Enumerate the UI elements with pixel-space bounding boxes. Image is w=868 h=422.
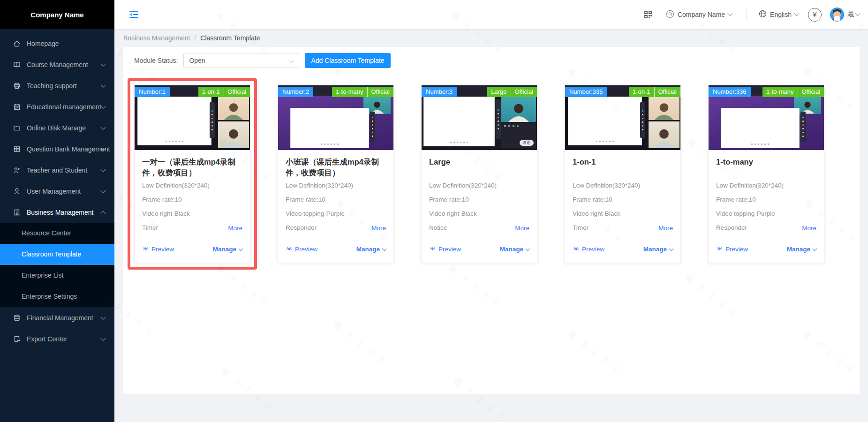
official-badge: Official (224, 87, 250, 97)
chevron-down-icon (382, 246, 387, 251)
card-title: 一对一（课后生成mp4录制件，收费项目） (142, 157, 242, 178)
definition: Low Definition(320*240) (142, 182, 242, 189)
manage-dropdown[interactable]: Manage (213, 246, 242, 253)
module-status-select[interactable]: Open (183, 53, 299, 68)
number-badge: Number:336 (709, 87, 751, 97)
sidebar-item-business-management[interactable]: Business Management (0, 202, 114, 223)
divider (746, 9, 747, 20)
breadcrumb-separator: / (194, 34, 196, 42)
frame-rate: Frame rate:10 (573, 196, 673, 203)
sidebar-item-export-center[interactable]: Export Center (0, 328, 114, 349)
type-badge: 1-to-many (762, 87, 798, 97)
template-card-4: Number:335 1-on-1 Official 1-on-1 Low De… (565, 85, 681, 263)
chevron-up-icon (100, 211, 106, 216)
sidebar-item-teacher-and-student[interactable]: Teacher and Student (0, 159, 114, 181)
sidebar-item-teaching-support[interactable]: Teaching support (0, 75, 114, 96)
sidebar-item-question-bank-management[interactable]: Question Bank Management (0, 138, 114, 159)
company-logo: Company Name (0, 0, 114, 29)
sidebar-item-homepage[interactable]: Homepage (0, 33, 114, 54)
user-icon (13, 188, 21, 195)
qr-code-icon[interactable] (643, 10, 653, 19)
language-menu[interactable]: English (759, 10, 799, 19)
breadcrumb-page: Classroom Template (200, 34, 260, 42)
printer-icon (13, 82, 21, 90)
menu-fold-icon[interactable] (129, 11, 138, 18)
globe-icon (759, 10, 767, 19)
calendar-icon (13, 103, 21, 111)
manage-dropdown[interactable]: Manage (643, 246, 673, 253)
feature: Timer (142, 224, 158, 232)
feature: Timer (573, 224, 589, 232)
preview-button[interactable]: Preview (142, 246, 174, 253)
avatar (830, 8, 844, 22)
add-classroom-template-button[interactable]: Add Classroom Template (305, 53, 390, 68)
more-link[interactable]: More (371, 225, 386, 232)
chevron-down-icon (100, 103, 106, 108)
main-area: Company Name English ¥ 羲 (114, 0, 868, 422)
student-video-tile (218, 121, 249, 148)
official-badge: Official (654, 87, 681, 97)
building-icon (13, 209, 21, 216)
video-layout: Video right-Black (142, 210, 242, 218)
card-thumbnail: Number:336 1-to-many Official (709, 85, 824, 150)
sidebar-item-financial-management[interactable]: Financial Management (0, 307, 114, 328)
content-panel: Module Status: Open Add Classroom Templa… (123, 47, 860, 394)
sidebar-item-classroom-template[interactable]: Classroom Template (0, 244, 114, 265)
company-menu[interactable]: Company Name (666, 10, 732, 20)
preview-button[interactable]: Preview (716, 246, 748, 253)
book-icon (13, 61, 21, 68)
chevron-down-icon (239, 246, 243, 251)
sidebar-item-enterprise-settings[interactable]: Enterprise Settings (0, 286, 114, 307)
feature: Notice (429, 224, 447, 232)
definition: Low Definition(320*240) (286, 182, 386, 189)
chevron-down-icon (289, 58, 294, 63)
manage-dropdown[interactable]: Manage (787, 246, 816, 253)
card-title: Large (429, 157, 529, 178)
chevron-down-icon (669, 246, 674, 251)
sidebar-item-educational-management[interactable]: Educational management (0, 96, 114, 117)
template-card-list: Number:1 1-on-1 Official 一对一（课后生成mp4录制件，… (123, 85, 860, 263)
card-thumbnail: Number:335 1-on-1 Official (565, 85, 680, 150)
manage-dropdown[interactable]: Manage (500, 246, 529, 253)
definition: Low Definition(320*240) (573, 182, 673, 189)
preview-button[interactable]: Preview (429, 246, 461, 253)
more-link[interactable]: More (515, 225, 529, 232)
definition: Low Definition(320*240) (716, 182, 816, 189)
number-badge: Number:3 (422, 87, 457, 97)
table-icon (13, 145, 21, 153)
feature: Responder (286, 224, 317, 232)
currency-icon[interactable]: ¥ (808, 8, 822, 22)
official-badge: Official (798, 87, 824, 97)
card-thumbnail: 发送 Number:3 Large Official (422, 85, 537, 150)
business-management-submenu: Resource Center Classroom Template Enter… (0, 223, 114, 307)
frame-rate: Frame rate:10 (429, 196, 529, 203)
sidebar-item-resource-center[interactable]: Resource Center (0, 223, 114, 244)
more-link[interactable]: More (658, 225, 673, 232)
sidebar-item-enterprise-list[interactable]: Enterprise List (0, 265, 114, 286)
send-button: 发送 (520, 140, 534, 146)
chevron-down-icon (100, 61, 106, 66)
chevron-down-icon (794, 10, 799, 15)
more-link[interactable]: More (228, 225, 242, 232)
topbar: Company Name English ¥ 羲 (114, 0, 868, 29)
manage-dropdown[interactable]: Manage (356, 246, 386, 253)
username: 羲 (848, 10, 854, 19)
preview-button[interactable]: Preview (573, 246, 604, 253)
user-menu[interactable]: 羲 (830, 8, 860, 22)
more-link[interactable]: More (802, 225, 816, 232)
video-layout: Video right-Black (429, 210, 529, 218)
student-video-tile (218, 97, 249, 120)
card-thumbnail: Number:1 1-on-1 Official (135, 85, 250, 150)
page: 羲 6 1 0 0羲 6 1 0 0羲 6 1 0 0羲 6 1 0 0羲 6 … (0, 0, 868, 422)
feature: Responder (716, 224, 747, 232)
folder-icon (13, 124, 21, 132)
template-card-5: Number:336 1-to-many Official 1-to-many … (708, 85, 824, 263)
sidebar-item-online-disk-manage[interactable]: Online Disk Manage (0, 117, 114, 138)
preview-button[interactable]: Preview (286, 246, 317, 253)
official-badge: Official (367, 87, 394, 97)
sidebar-item-course-management[interactable]: Course Management (0, 54, 114, 75)
sidebar-item-user-management[interactable]: User Management (0, 181, 114, 202)
template-card-2: Number:2 1-to-many Official 小班课（课后生成mp4录… (278, 85, 394, 263)
chevron-down-icon (100, 82, 106, 87)
student-video-tile (649, 97, 679, 120)
